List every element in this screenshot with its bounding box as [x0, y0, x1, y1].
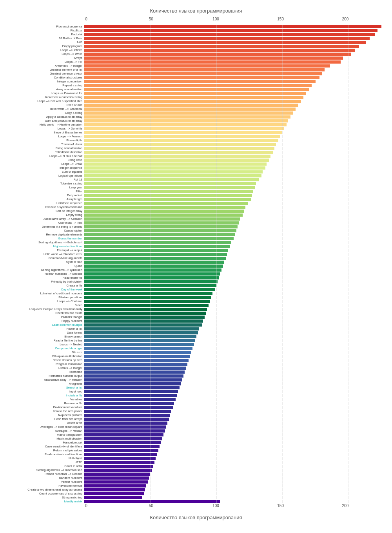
bar-track	[84, 104, 388, 107]
bar-label: Literals --> Integer	[4, 366, 84, 370]
bar-row: Detect division by zero	[4, 358, 388, 362]
bar-row: Perfect numbers	[4, 480, 388, 484]
bar-label: Anagrams	[4, 382, 84, 385]
bar-row: Sorting algorithms --> Bubble sort	[4, 241, 388, 244]
bar-fill	[84, 233, 235, 236]
bar-track	[84, 202, 388, 205]
bar-fill	[84, 198, 251, 201]
bar-fill	[84, 476, 149, 480]
bar-fill	[84, 386, 180, 389]
bar-track	[84, 414, 388, 417]
bar-row: Logical operations	[4, 174, 388, 177]
bar-label: Compound data type	[4, 347, 84, 350]
bar-fill	[84, 480, 148, 484]
bar-row: Fibonacci sequence	[4, 25, 388, 28]
bar-track	[84, 347, 388, 350]
bar-label: Repeat a string	[4, 84, 84, 87]
bar-track	[84, 33, 388, 36]
bar-fill	[84, 131, 282, 134]
bar-fill	[84, 406, 173, 409]
bar-fill	[84, 115, 290, 119]
bar-row: Mandelbrot set	[4, 441, 388, 444]
bar-track	[84, 465, 388, 468]
bar-label: Copy a string	[4, 111, 84, 115]
bar-row: Count occurrences of a substring	[4, 492, 388, 495]
bar-fill	[84, 249, 228, 252]
bar-row: Null object	[4, 456, 388, 460]
bar-label: Flatten a list	[4, 327, 84, 330]
bar-track	[84, 155, 388, 158]
bar-row: Flatten a list	[4, 327, 388, 330]
bar-label: Loops --> Foreach	[4, 135, 84, 138]
bar-row: File input --> output	[4, 248, 388, 252]
bar-track	[84, 135, 388, 138]
bar-row: User input --> Text	[4, 221, 388, 225]
bar-track	[84, 296, 388, 299]
bar-row: Hailstone sequence	[4, 201, 388, 205]
bar-label: Even or odd	[4, 103, 84, 107]
bar-track	[84, 422, 388, 425]
bar-row: Haversine formula	[4, 484, 388, 487]
bar-label: Remove duplicate elements	[4, 233, 84, 236]
bar-fill	[84, 272, 220, 276]
bar-track	[84, 68, 388, 71]
bar-row: Ethiopian multiplication	[4, 354, 388, 358]
bar-row: Integer sequence	[4, 166, 388, 170]
bar-track	[84, 272, 388, 276]
bar-track	[84, 496, 388, 499]
bar-fill	[84, 119, 288, 122]
bar-row: System time	[4, 260, 388, 264]
bar-fill	[84, 217, 240, 221]
bar-label: Sum and product of an array	[4, 119, 84, 122]
bar-track	[84, 453, 388, 456]
bar-row: Loop over multiple arrays simultaneously	[4, 307, 388, 311]
bar-track	[84, 111, 388, 115]
bar-fill	[84, 64, 330, 68]
bar-row: Dot product	[4, 193, 388, 197]
x-tick: 0	[85, 17, 87, 21]
bar-label: Loops --> Nested	[4, 343, 84, 346]
bar-fill	[84, 492, 144, 495]
bar-row: Rot-13	[4, 178, 388, 181]
bar-track	[84, 217, 388, 221]
bar-track	[84, 206, 388, 209]
bar-row: Apply a callback to an array	[4, 115, 388, 119]
bar-fill	[84, 210, 244, 213]
bar-fill	[84, 84, 312, 87]
bar-label: Fibonacci sequence	[4, 25, 84, 28]
bar-label: Read a file line by line	[4, 339, 84, 342]
bar-label: Averages --> Root mean square	[4, 425, 84, 429]
bar-row: Leap year	[4, 186, 388, 189]
bar-track	[84, 249, 388, 252]
bar-label: A+B	[4, 40, 84, 44]
bar-label: Zero to the zero power	[4, 409, 84, 413]
bar-fill	[84, 178, 259, 181]
bar-fill	[84, 308, 207, 311]
bar-label: Loops --> For	[4, 60, 84, 64]
bar-row: Binary digits	[4, 139, 388, 142]
bar-label: Integer sequence	[4, 166, 84, 170]
bar-track	[84, 198, 388, 201]
bar-label: Hello world --> Newline omission	[4, 123, 84, 126]
chart-title-bottom: Количество языков программирования	[4, 515, 388, 520]
bar-track	[84, 214, 388, 217]
bar-track	[84, 190, 388, 193]
bar-fill	[84, 327, 199, 330]
bar-fill	[84, 261, 224, 264]
bar-fill	[84, 76, 319, 79]
bar-fill	[84, 166, 265, 170]
bar-row: Greatest element of a list	[4, 68, 388, 71]
x-tick: 100	[212, 504, 219, 508]
bar-row: FizzBuzz	[4, 29, 388, 32]
bar-label: Delete a file	[4, 421, 84, 425]
bar-track	[84, 80, 388, 83]
bar-fill	[84, 194, 252, 197]
bar-row: Higher-order functions	[4, 245, 388, 248]
bar-row: HTTP	[4, 460, 388, 464]
bar-row: Day of the week	[4, 288, 388, 291]
bar-label: Real constants and functions	[4, 453, 84, 456]
bar-label: 99 Bottles of Beer	[4, 37, 84, 40]
bar-fill	[84, 429, 165, 433]
bar-row: Matrix multiplication	[4, 437, 388, 440]
bar-label: Sum of squares	[4, 170, 84, 173]
